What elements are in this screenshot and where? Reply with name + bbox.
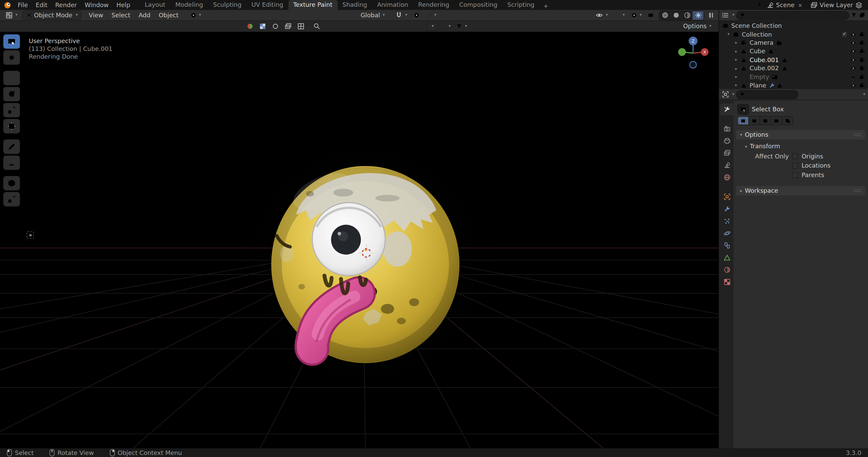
hide-viewport-eye-icon[interactable] [850, 57, 856, 63]
proportional-falloff-button[interactable]: ▾ [423, 12, 439, 19]
pin-icon[interactable] [756, 2, 762, 8]
disable-render-camera-icon[interactable] [859, 74, 865, 80]
mode-selector[interactable]: Object Mode ▾ [22, 11, 81, 19]
expand-arrow-icon[interactable]: ▸ [734, 66, 739, 71]
navigation-gizmo[interactable]: Z X [678, 35, 711, 71]
outliner-row-plane[interactable]: ▸ Plane [719, 81, 868, 89]
outliner-row-cube[interactable]: ▸ Cube [719, 47, 868, 56]
tab-constraint-properties[interactable] [720, 240, 733, 251]
view-layer-selector[interactable]: View Layer [808, 1, 865, 8]
pause-render-button[interactable] [706, 12, 716, 18]
tab-object-properties[interactable] [720, 191, 733, 203]
xray-toggle[interactable] [645, 12, 657, 19]
outliner-row-collection[interactable]: ▾ Collection ✓ [719, 30, 868, 39]
properties-search-input[interactable] [747, 91, 794, 98]
panel-drag-dots-icon[interactable] [854, 133, 862, 137]
tab-animation[interactable]: Animation [372, 0, 413, 10]
tab-render-properties[interactable] [720, 123, 733, 134]
scene-selector[interactable]: Scene × [765, 1, 806, 8]
tool-cursor[interactable] [3, 50, 20, 64]
snap-toggle[interactable]: ▾ [393, 11, 410, 19]
outliner-search-input[interactable] [748, 12, 846, 19]
select-mode-intersect[interactable] [782, 117, 793, 125]
hide-viewport-eye-icon[interactable] [850, 40, 856, 46]
shading-rendered-button[interactable] [693, 11, 704, 20]
brush-icon[interactable] [269, 22, 282, 30]
viewport-canvas[interactable] [0, 32, 719, 449]
outliner-filter-icon[interactable] [851, 12, 857, 18]
hide-viewport-eye-icon[interactable] [850, 65, 856, 72]
disable-render-camera-icon[interactable] [859, 31, 865, 37]
blender-logo-icon[interactable] [3, 1, 12, 9]
select-mode-set[interactable] [738, 117, 749, 125]
tab-rendering[interactable]: Rendering [413, 0, 454, 10]
tab-material-properties[interactable] [720, 264, 733, 275]
grid-icon[interactable] [295, 22, 307, 30]
tab-view-layer-properties[interactable] [720, 147, 733, 159]
expand-arrow-icon[interactable]: ▸ [734, 41, 739, 45]
tab-modeling[interactable]: Modeling [170, 0, 208, 10]
properties-search[interactable] [737, 91, 797, 98]
outliner-row-cube-001[interactable]: ▸ Cube.001 [719, 56, 868, 64]
disable-render-camera-icon[interactable] [859, 82, 865, 89]
tab-particle-properties[interactable] [720, 215, 733, 227]
tab-physics-properties[interactable] [720, 227, 733, 239]
tab-sculpting[interactable]: Sculpting [208, 0, 246, 10]
editor-type-button[interactable]: ▾ [3, 11, 20, 19]
viewport-options-dropdown[interactable]: Options ▾ [680, 22, 714, 30]
menu-file[interactable]: File [14, 0, 32, 10]
menu-view[interactable]: View [85, 11, 107, 19]
chevron-down-icon[interactable]: ▾ [863, 92, 865, 96]
outliner-search[interactable] [737, 11, 849, 19]
disable-render-camera-icon[interactable] [859, 65, 865, 72]
transform-subpanel-header[interactable]: ▾ Transform [741, 142, 865, 151]
hide-viewport-eye-icon[interactable] [850, 82, 856, 89]
object-type-visibility-button[interactable]: ▾ [593, 11, 610, 19]
expand-arrow-icon[interactable]: ▸ [734, 49, 739, 54]
locations-checkbox[interactable] [792, 163, 798, 169]
falloff-dropdown[interactable]: ▾ [427, 22, 437, 30]
collapse-arrow-icon[interactable]: ▾ [726, 32, 731, 37]
tab-shading[interactable]: Shading [337, 0, 372, 10]
camera-view-icon[interactable] [701, 96, 710, 104]
hide-viewport-eye-icon[interactable] [850, 31, 856, 37]
tab-output-properties[interactable] [720, 135, 733, 147]
ortho-grid-icon[interactable] [701, 109, 710, 117]
disable-render-camera-icon[interactable] [859, 40, 865, 46]
panel-drag-dots-icon[interactable] [854, 189, 862, 192]
list-dropdown[interactable]: ▾ [437, 23, 453, 30]
outliner-row-empty[interactable]: ▸ Empty [719, 73, 868, 81]
tab-world-properties[interactable] [720, 172, 733, 183]
tab-texture-properties[interactable] [720, 276, 733, 288]
tab-uv-editing[interactable]: UV Editing [246, 0, 288, 10]
outliner-editor-icon[interactable] [722, 12, 729, 19]
collection-checkbox[interactable]: ✓ [842, 31, 848, 37]
workspace-panel-header[interactable]: ▸ Workspace [736, 186, 865, 195]
proportional-edit-toggle[interactable] [411, 12, 422, 19]
tool-rotate[interactable] [3, 87, 20, 101]
hidden-eye-closed-icon[interactable] [850, 74, 856, 80]
menu-render[interactable]: Render [51, 0, 81, 10]
tool-move[interactable] [3, 71, 20, 85]
tab-scripting[interactable]: Scripting [502, 0, 539, 10]
layers-icon[interactable] [855, 1, 862, 8]
tab-compositing[interactable]: Compositing [454, 0, 503, 10]
properties-editor-icon[interactable] [722, 91, 729, 98]
texture-slot-icon[interactable] [256, 22, 269, 30]
tab-tool-properties[interactable] [720, 103, 733, 115]
search-icon[interactable] [310, 22, 323, 30]
expand-arrow-icon[interactable]: ▸ [734, 83, 739, 88]
shading-wireframe-button[interactable] [659, 11, 671, 20]
parents-checkbox[interactable] [792, 172, 798, 178]
tool-measure[interactable] [3, 155, 20, 170]
outliner-row-camera[interactable]: ▸ Camera [719, 39, 868, 47]
menu-select[interactable]: Select [108, 11, 134, 19]
tab-scene-properties[interactable] [720, 159, 733, 171]
select-mode-invert[interactable] [771, 117, 782, 125]
disable-render-camera-icon[interactable] [859, 57, 865, 63]
tab-modifier-properties[interactable] [720, 203, 733, 215]
image-icon[interactable] [282, 22, 295, 30]
transform-pivot-button[interactable]: ▾ [187, 12, 204, 19]
add-workspace-button[interactable]: + [540, 3, 552, 10]
filter-button[interactable]: ▾ [453, 23, 470, 30]
